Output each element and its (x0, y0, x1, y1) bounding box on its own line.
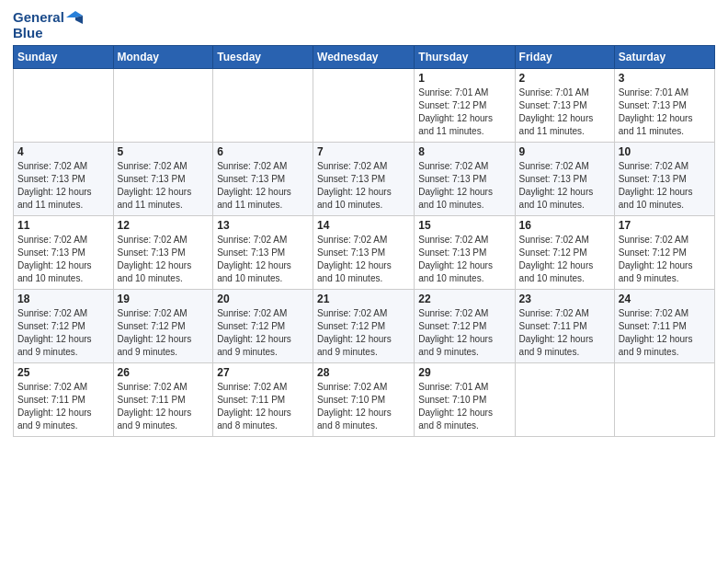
calendar-cell: 10Sunrise: 7:02 AMSunset: 7:13 PMDayligh… (614, 142, 714, 215)
day-info: Sunrise: 7:02 AMSunset: 7:13 PMDaylight:… (418, 160, 510, 212)
calendar-cell: 16Sunrise: 7:02 AMSunset: 7:12 PMDayligh… (515, 215, 614, 289)
day-info: Sunrise: 7:02 AMSunset: 7:11 PMDaylight:… (619, 307, 711, 359)
day-number: 18 (17, 293, 109, 305)
header: General Blue (13, 9, 715, 41)
calendar-cell: 14Sunrise: 7:02 AMSunset: 7:13 PMDayligh… (313, 215, 415, 289)
calendar-cell: 7Sunrise: 7:02 AMSunset: 7:13 PMDaylight… (313, 142, 415, 215)
weekday-header-row: SundayMondayTuesdayWednesdayThursdayFrid… (14, 45, 715, 68)
day-number: 25 (17, 366, 109, 379)
day-number: 10 (619, 145, 711, 158)
day-number: 27 (217, 366, 309, 379)
calendar-week-row: 11Sunrise: 7:02 AMSunset: 7:13 PMDayligh… (14, 215, 715, 289)
day-number: 1 (418, 72, 510, 85)
day-number: 17 (619, 219, 711, 232)
day-number: 24 (619, 293, 711, 305)
weekday-header-tuesday: Tuesday (213, 45, 313, 68)
calendar-cell (515, 362, 614, 436)
day-number: 4 (17, 145, 109, 158)
day-info: Sunrise: 7:02 AMSunset: 7:11 PMDaylight:… (217, 381, 309, 432)
day-info: Sunrise: 7:02 AMSunset: 7:13 PMDaylight:… (418, 234, 510, 285)
calendar-cell: 11Sunrise: 7:02 AMSunset: 7:13 PMDayligh… (14, 215, 114, 289)
day-info: Sunrise: 7:01 AMSunset: 7:13 PMDaylight:… (619, 86, 711, 138)
calendar-cell (614, 362, 714, 436)
weekday-header-thursday: Thursday (415, 45, 515, 68)
day-info: Sunrise: 7:02 AMSunset: 7:13 PMDaylight:… (217, 160, 309, 212)
day-number: 11 (17, 219, 109, 232)
calendar-cell (213, 68, 313, 142)
day-number: 2 (519, 72, 610, 85)
weekday-header-sunday: Sunday (14, 45, 114, 68)
calendar-cell: 19Sunrise: 7:02 AMSunset: 7:12 PMDayligh… (113, 289, 213, 362)
day-number: 9 (519, 145, 610, 158)
day-info: Sunrise: 7:02 AMSunset: 7:11 PMDaylight:… (17, 381, 109, 432)
day-info: Sunrise: 7:02 AMSunset: 7:13 PMDaylight:… (17, 160, 109, 212)
weekday-header-saturday: Saturday (614, 45, 714, 68)
calendar-cell: 2Sunrise: 7:01 AMSunset: 7:13 PMDaylight… (515, 68, 614, 142)
day-info: Sunrise: 7:02 AMSunset: 7:12 PMDaylight:… (217, 307, 309, 359)
day-info: Sunrise: 7:02 AMSunset: 7:11 PMDaylight:… (519, 307, 610, 359)
day-number: 16 (519, 219, 610, 232)
day-number: 3 (619, 72, 711, 85)
day-number: 29 (418, 366, 510, 379)
day-info: Sunrise: 7:02 AMSunset: 7:10 PMDaylight:… (317, 381, 410, 432)
calendar-cell (313, 68, 415, 142)
calendar-week-row: 25Sunrise: 7:02 AMSunset: 7:11 PMDayligh… (14, 362, 715, 436)
day-number: 7 (317, 145, 410, 158)
calendar-week-row: 1Sunrise: 7:01 AMSunset: 7:12 PMDaylight… (14, 68, 715, 142)
day-number: 26 (118, 366, 210, 379)
calendar-cell: 29Sunrise: 7:01 AMSunset: 7:10 PMDayligh… (415, 362, 515, 436)
calendar-week-row: 18Sunrise: 7:02 AMSunset: 7:12 PMDayligh… (14, 289, 715, 362)
calendar-cell: 4Sunrise: 7:02 AMSunset: 7:13 PMDaylight… (14, 142, 114, 215)
calendar-cell: 20Sunrise: 7:02 AMSunset: 7:12 PMDayligh… (213, 289, 313, 362)
day-number: 8 (418, 145, 510, 158)
calendar-cell: 3Sunrise: 7:01 AMSunset: 7:13 PMDaylight… (614, 68, 714, 142)
calendar-cell (113, 68, 213, 142)
day-info: Sunrise: 7:02 AMSunset: 7:13 PMDaylight:… (619, 160, 711, 212)
day-number: 12 (118, 219, 210, 232)
logo: General Blue (13, 9, 83, 41)
day-info: Sunrise: 7:02 AMSunset: 7:12 PMDaylight:… (619, 234, 711, 285)
calendar-cell: 18Sunrise: 7:02 AMSunset: 7:12 PMDayligh… (14, 289, 114, 362)
day-info: Sunrise: 7:02 AMSunset: 7:13 PMDaylight:… (118, 160, 210, 212)
weekday-header-wednesday: Wednesday (313, 45, 415, 68)
calendar-cell: 12Sunrise: 7:02 AMSunset: 7:13 PMDayligh… (113, 215, 213, 289)
calendar-cell: 23Sunrise: 7:02 AMSunset: 7:11 PMDayligh… (515, 289, 614, 362)
day-info: Sunrise: 7:02 AMSunset: 7:12 PMDaylight:… (17, 307, 109, 359)
calendar-cell: 9Sunrise: 7:02 AMSunset: 7:13 PMDaylight… (515, 142, 614, 215)
calendar-cell: 25Sunrise: 7:02 AMSunset: 7:11 PMDayligh… (14, 362, 114, 436)
calendar-cell: 27Sunrise: 7:02 AMSunset: 7:11 PMDayligh… (213, 362, 313, 436)
day-number: 15 (418, 219, 510, 232)
day-info: Sunrise: 7:02 AMSunset: 7:12 PMDaylight:… (418, 307, 510, 359)
calendar-cell: 17Sunrise: 7:02 AMSunset: 7:12 PMDayligh… (614, 215, 714, 289)
page-container: General Blue SundayMondayTuesdayWednesda… (0, 0, 728, 444)
weekday-header-friday: Friday (515, 45, 614, 68)
day-info: Sunrise: 7:02 AMSunset: 7:13 PMDaylight:… (519, 160, 610, 212)
calendar-cell: 24Sunrise: 7:02 AMSunset: 7:11 PMDayligh… (614, 289, 714, 362)
calendar-cell (14, 68, 114, 142)
calendar-cell: 8Sunrise: 7:02 AMSunset: 7:13 PMDaylight… (415, 142, 515, 215)
day-info: Sunrise: 7:02 AMSunset: 7:11 PMDaylight:… (118, 381, 210, 432)
logo-bird-icon (66, 11, 83, 24)
weekday-header-monday: Monday (113, 45, 213, 68)
day-info: Sunrise: 7:01 AMSunset: 7:10 PMDaylight:… (418, 381, 510, 432)
calendar-cell: 5Sunrise: 7:02 AMSunset: 7:13 PMDaylight… (113, 142, 213, 215)
calendar-cell: 6Sunrise: 7:02 AMSunset: 7:13 PMDaylight… (213, 142, 313, 215)
calendar-cell: 13Sunrise: 7:02 AMSunset: 7:13 PMDayligh… (213, 215, 313, 289)
day-number: 19 (118, 293, 210, 305)
day-number: 14 (317, 219, 410, 232)
calendar-cell: 26Sunrise: 7:02 AMSunset: 7:11 PMDayligh… (113, 362, 213, 436)
day-number: 23 (519, 293, 610, 305)
day-info: Sunrise: 7:02 AMSunset: 7:12 PMDaylight:… (519, 234, 610, 285)
day-number: 22 (418, 293, 510, 305)
calendar-table: SundayMondayTuesdayWednesdayThursdayFrid… (13, 45, 715, 437)
logo-blue: Blue (13, 25, 83, 40)
day-info: Sunrise: 7:02 AMSunset: 7:13 PMDaylight:… (217, 234, 309, 285)
day-info: Sunrise: 7:01 AMSunset: 7:12 PMDaylight:… (418, 86, 510, 138)
day-number: 6 (217, 145, 309, 158)
logo-general: General (13, 9, 64, 25)
day-info: Sunrise: 7:02 AMSunset: 7:13 PMDaylight:… (17, 234, 109, 285)
calendar-cell: 21Sunrise: 7:02 AMSunset: 7:12 PMDayligh… (313, 289, 415, 362)
day-info: Sunrise: 7:02 AMSunset: 7:13 PMDaylight:… (118, 234, 210, 285)
day-number: 13 (217, 219, 309, 232)
day-number: 28 (317, 366, 410, 379)
